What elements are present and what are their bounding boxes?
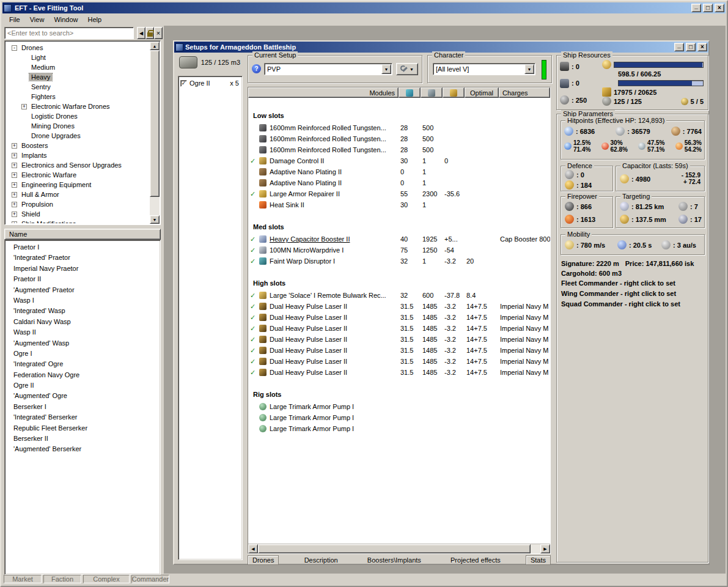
- name-list-item[interactable]: 'Augmented' Wasp: [5, 338, 160, 349]
- module-row[interactable]: Large Trimark Armor Pump I: [248, 401, 550, 412]
- bottom-tab[interactable]: Drones: [248, 555, 279, 565]
- charges-column-header[interactable]: Charges: [499, 87, 550, 98]
- tree-expander-icon[interactable]: -: [12, 45, 17, 51]
- scroll-down-icon[interactable]: ▼: [150, 215, 160, 224]
- name-list-item[interactable]: Federation Navy Ogre: [5, 370, 160, 380]
- tree-expander-icon[interactable]: +: [12, 202, 17, 207]
- tree-expander-icon[interactable]: +: [12, 163, 17, 168]
- bottom-tab[interactable]: Boosters\Implants: [363, 556, 425, 564]
- module-row[interactable]: 1600mm Reinforced Rolled Tungsten... 28 …: [248, 122, 550, 133]
- module-row[interactable]: 1600mm Reinforced Rolled Tungsten... 28 …: [248, 144, 550, 155]
- module-row[interactable]: Dual Heavy Pulse Laser II 31.5 1485 -3.2…: [248, 334, 550, 345]
- setup-combobox[interactable]: PVP ▼: [264, 63, 392, 75]
- minimize-button[interactable]: _: [691, 4, 701, 12]
- search-input[interactable]: [4, 27, 134, 39]
- module-row[interactable]: Faint Warp Disruptor I 32 1 -3.2 20: [248, 256, 550, 267]
- menu-item[interactable]: Help: [83, 14, 107, 25]
- tree-item[interactable]: Logistic Drones: [7, 111, 149, 121]
- tree-item[interactable]: + Hull & Armor: [7, 190, 149, 199]
- back-arrow-button[interactable]: ◀: [137, 27, 145, 39]
- tree-item[interactable]: Heavy: [7, 72, 149, 82]
- scroll-left-icon[interactable]: ◀: [248, 544, 258, 553]
- name-list-item[interactable]: 'Augmented' Berserker: [5, 444, 160, 454]
- squad-commander-slot[interactable]: Squad Commander - right click to set: [561, 300, 705, 308]
- module-row[interactable]: Dual Heavy Pulse Laser II 31.5 1485 -3.2…: [248, 301, 550, 312]
- module-row[interactable]: Heavy Capacitor Booster II 40 1925 +5...…: [248, 234, 550, 245]
- tree-expander-icon[interactable]: +: [12, 212, 17, 217]
- module-row[interactable]: Large Trimark Armor Pump I: [248, 423, 550, 434]
- main-titlebar[interactable]: EFT - Eve Fitting Tool _ □ ×: [2, 2, 726, 13]
- name-column-header[interactable]: Name: [4, 229, 161, 240]
- tree-expander-icon[interactable]: +: [12, 153, 17, 158]
- status-panel[interactable]: Market: [4, 575, 42, 583]
- name-list-item[interactable]: 'Integrated' Ogre: [5, 359, 160, 369]
- module-row[interactable]: Dual Heavy Pulse Laser II 31.5 1485 -3.2…: [248, 356, 550, 367]
- name-list-item[interactable]: Berserker II: [5, 434, 160, 444]
- name-list-item[interactable]: Berserker I: [5, 402, 160, 412]
- tree-item[interactable]: Light: [7, 53, 149, 62]
- scrollbar-thumb[interactable]: [258, 544, 531, 553]
- tree-item[interactable]: + Electronics and Sensor Upgrades: [7, 160, 149, 170]
- setup-tools-button[interactable]: ▼: [396, 63, 418, 75]
- tree-expander-icon[interactable]: +: [12, 192, 17, 198]
- drone-bay-item[interactable]: Ogre II x 5: [180, 78, 240, 88]
- optimal-column-header[interactable]: Optimal: [465, 87, 499, 98]
- name-list-item[interactable]: Republic Fleet Berserker: [5, 423, 160, 434]
- tree-item[interactable]: + Implants: [7, 150, 149, 160]
- drone-checkbox[interactable]: [180, 80, 187, 87]
- name-list-item[interactable]: Caldari Navy Wasp: [5, 317, 160, 327]
- name-list-item[interactable]: 'Augmented' Ogre: [5, 391, 160, 401]
- tree-scrollbar[interactable]: ▲ ▼: [150, 42, 160, 224]
- tree-expander-icon[interactable]: +: [12, 182, 17, 188]
- menu-item[interactable]: File: [4, 14, 25, 25]
- name-list-item[interactable]: 'Integrated' Berserker: [5, 412, 160, 423]
- tree-item[interactable]: + Electronic Warfare Drones: [7, 102, 149, 111]
- module-row[interactable]: Large 'Solace' I Remote Bulwark Rec... 3…: [248, 290, 550, 301]
- module-row[interactable]: Large Trimark Armor Pump I: [248, 412, 550, 423]
- tree-item[interactable]: - Drones: [7, 43, 149, 53]
- maximize-button[interactable]: □: [703, 4, 713, 12]
- tree-item[interactable]: Fighters: [7, 92, 149, 102]
- tree-expander-icon[interactable]: +: [12, 143, 17, 149]
- tree-item[interactable]: + Ship Modifications: [7, 219, 149, 223]
- name-list-item[interactable]: Ogre I: [5, 349, 160, 359]
- scrollbar-thumb[interactable]: [150, 50, 160, 197]
- modules-column-header[interactable]: Modules: [248, 87, 399, 98]
- module-row[interactable]: Damage Control II 30 1 0: [248, 155, 550, 166]
- tree-expander-icon[interactable]: +: [21, 104, 27, 109]
- status-panel[interactable]: Commander: [131, 575, 169, 583]
- tree-item[interactable]: + Boosters: [7, 141, 149, 150]
- status-panel[interactable]: Faction: [43, 575, 81, 583]
- wing-commander-slot[interactable]: Wing Commander - right click to set: [561, 290, 705, 297]
- chevron-down-icon[interactable]: ▼: [381, 64, 391, 74]
- name-list-item[interactable]: 'Integrated' Wasp: [5, 306, 160, 316]
- module-row[interactable]: Dual Heavy Pulse Laser II 31.5 1485 -3.2…: [248, 312, 550, 323]
- bottom-tab[interactable]: Description: [300, 556, 342, 564]
- name-list-item[interactable]: Ogre II: [5, 380, 160, 391]
- tree-item[interactable]: Medium: [7, 62, 149, 72]
- lock-button[interactable]: [145, 27, 154, 39]
- powergrid-column-header[interactable]: [421, 87, 443, 98]
- status-panel[interactable]: Complex: [83, 575, 130, 583]
- name-list-item[interactable]: Imperial Navy Praetor: [5, 264, 160, 274]
- module-row[interactable]: Dual Heavy Pulse Laser II 31.5 1485 -3.2…: [248, 367, 550, 378]
- bottom-tab[interactable]: Stats: [526, 555, 551, 565]
- menu-item[interactable]: Window: [49, 14, 83, 25]
- capacitor-column-header[interactable]: [443, 87, 465, 98]
- tree-item[interactable]: + Shield: [7, 209, 149, 219]
- tree-item[interactable]: Sentry: [7, 82, 149, 92]
- scroll-right-icon[interactable]: ▶: [540, 544, 550, 553]
- tree-expander-icon[interactable]: +: [12, 172, 17, 178]
- tree-item[interactable]: + Engineering Equipment: [7, 180, 149, 190]
- module-row[interactable]: Adaptive Nano Plating II 0 1: [248, 166, 550, 177]
- character-combobox[interactable]: [All level V] ▼: [433, 63, 535, 75]
- module-row[interactable]: Heat Sink II 30 1: [248, 199, 550, 210]
- tree-item[interactable]: + Electronic Warfare: [7, 170, 149, 180]
- horizontal-scrollbar[interactable]: ◀ ▶: [248, 544, 550, 553]
- name-list-item[interactable]: Wasp II: [5, 327, 160, 338]
- setup-minimize-button[interactable]: _: [674, 43, 684, 51]
- module-row[interactable]: Dual Heavy Pulse Laser II 31.5 1485 -3.2…: [248, 345, 550, 356]
- name-list-item[interactable]: 'Integrated' Praetor: [5, 253, 160, 263]
- module-row[interactable]: 100MN MicroWarpdrive I 75 1250 -54: [248, 245, 550, 256]
- bottom-tab[interactable]: Projected effects: [446, 556, 505, 564]
